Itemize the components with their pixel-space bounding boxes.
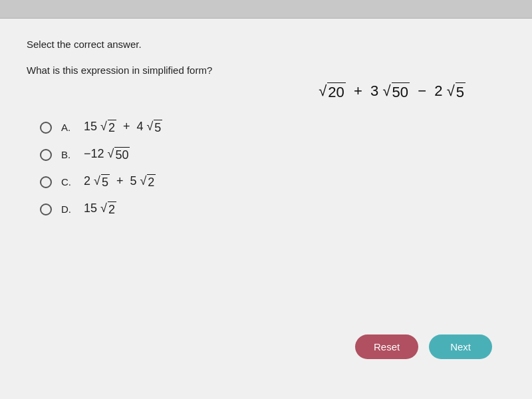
buttons-row: Reset Next [355, 334, 492, 359]
radio-d[interactable] [40, 203, 52, 215]
radio-b[interactable] [40, 149, 52, 161]
option-d[interactable]: D. 15 √ 2 [40, 201, 505, 217]
sqrt-20: √ 20 [319, 82, 346, 101]
option-a-letter: A. [61, 122, 74, 133]
question-text: What is this expression in simplified fo… [27, 65, 505, 76]
top-bar [0, 0, 532, 19]
radio-a[interactable] [40, 122, 52, 134]
option-d-letter: D. [61, 203, 74, 215]
sqrt-5-expr: √ 5 [447, 82, 466, 101]
expression-display: √ 20 + 3 √ 50 − 2 √ 5 [27, 82, 466, 101]
option-b-letter: B. [61, 149, 74, 160]
sqrt-50: √ 50 [382, 82, 410, 101]
next-button[interactable]: Next [429, 334, 492, 359]
reset-button[interactable]: Reset [355, 334, 418, 359]
option-b-text: −12 √ 50 [84, 147, 130, 162]
options-list: A. 15 √ 2 + 4 √ 5 B. [40, 120, 505, 217]
option-a[interactable]: A. 15 √ 2 + 4 √ 5 [40, 120, 505, 135]
option-a-text: 15 √ 2 + 4 √ 5 [84, 120, 162, 135]
radio-c[interactable] [40, 176, 52, 188]
screen: Select the correct answer. What is this … [0, 0, 532, 399]
instruction-text: Select the correct answer. [27, 39, 505, 50]
option-d-text: 15 √ 2 [84, 201, 116, 217]
option-c[interactable]: C. 2 √ 5 + 5 √ 2 [40, 174, 505, 190]
option-b[interactable]: B. −12 √ 50 [40, 147, 505, 162]
option-c-text: 2 √ 5 + 5 √ 2 [84, 174, 156, 190]
option-c-letter: C. [61, 176, 74, 188]
